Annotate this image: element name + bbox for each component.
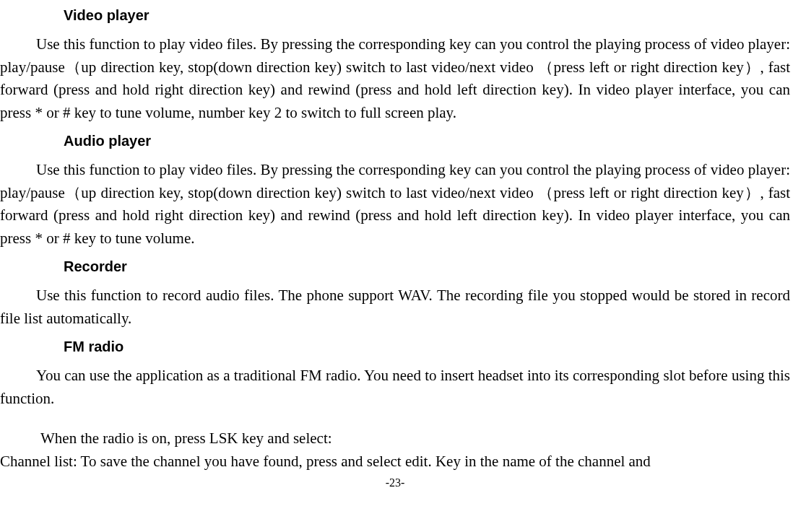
heading-audio-player: Audio player (64, 130, 790, 152)
paragraph-video-player: Use this function to play video files. B… (0, 33, 790, 124)
paragraph-fm-radio-2: When the radio is on, press LSK key and … (0, 427, 790, 450)
paragraph-fm-radio-3: Channel list: To save the channel you ha… (0, 450, 790, 474)
page-number: -23- (0, 474, 790, 492)
paragraph-audio-player: Use this function to play video files. B… (0, 159, 790, 250)
paragraph-recorder: Use this function to record audio files.… (0, 284, 790, 330)
heading-recorder: Recorder (64, 256, 790, 277)
paragraph-fm-radio-1: You can use the application as a traditi… (0, 365, 790, 410)
heading-fm-radio: FM radio (64, 336, 790, 357)
heading-video-player: Video player (64, 4, 790, 26)
